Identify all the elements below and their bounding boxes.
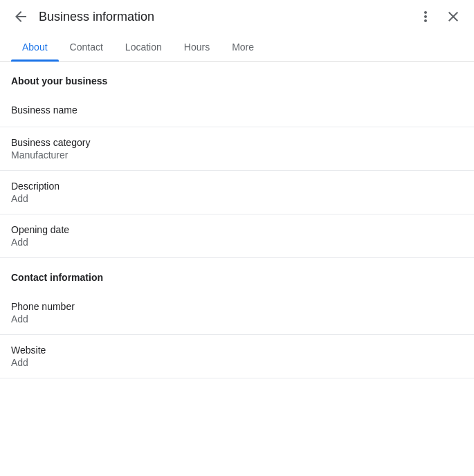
website-label: Website: [11, 345, 463, 356]
phone-number-label: Phone number: [11, 301, 463, 312]
content-inner: About your business Business name Busine…: [0, 62, 474, 378]
header: Business information: [0, 0, 474, 33]
business-category-value: Manufacturer: [11, 149, 463, 161]
description-field[interactable]: Description Add: [0, 171, 474, 214]
tab-about[interactable]: About: [11, 33, 59, 61]
tab-location[interactable]: Location: [114, 33, 173, 61]
business-category-field[interactable]: Business category Manufacturer: [0, 127, 474, 171]
business-category-label: Business category: [11, 137, 463, 148]
opening-date-label: Opening date: [11, 224, 463, 235]
back-button[interactable]: [8, 4, 33, 29]
more-options-button[interactable]: [413, 4, 438, 29]
close-icon: [445, 8, 462, 25]
more-vert-icon: [417, 8, 434, 25]
website-value: Add: [11, 357, 463, 368]
header-actions: [413, 4, 466, 29]
page-title: Business information: [39, 10, 413, 24]
opening-date-value: Add: [11, 237, 463, 248]
description-label: Description: [11, 181, 463, 192]
opening-date-field[interactable]: Opening date Add: [0, 214, 474, 258]
close-button[interactable]: [441, 4, 466, 29]
description-value: Add: [11, 193, 463, 204]
app-container: Business information About Contact Locat…: [0, 0, 474, 476]
tab-contact[interactable]: Contact: [59, 33, 114, 61]
phone-number-field[interactable]: Phone number Add: [0, 291, 474, 335]
about-section-header: About your business: [0, 62, 474, 95]
business-name-field[interactable]: Business name: [0, 95, 474, 127]
business-name-label: Business name: [11, 104, 463, 116]
website-field[interactable]: Website Add: [0, 335, 474, 378]
tabs-container: About Contact Location Hours More: [0, 33, 474, 62]
back-arrow-icon: [12, 8, 29, 25]
content-area[interactable]: About your business Business name Busine…: [0, 62, 474, 476]
phone-number-value: Add: [11, 313, 463, 324]
tab-more[interactable]: More: [221, 33, 265, 61]
tab-hours[interactable]: Hours: [173, 33, 221, 61]
contact-section-header: Contact information: [0, 258, 474, 291]
